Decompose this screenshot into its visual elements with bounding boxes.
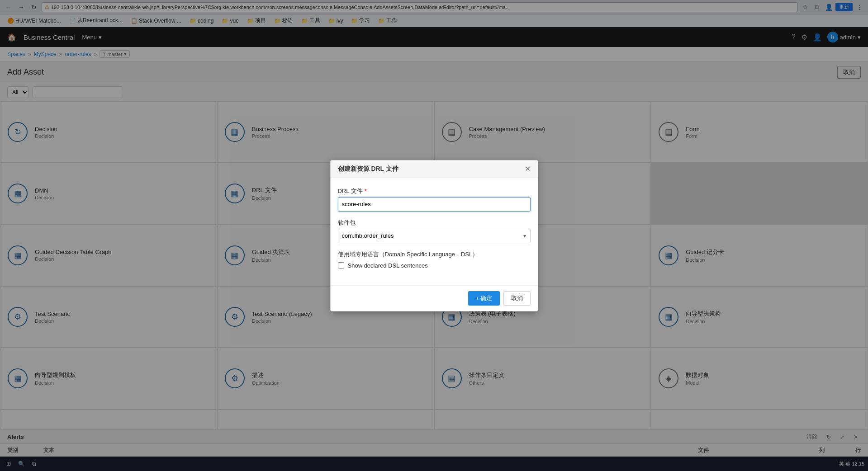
modal-body: DRL 文件 * 软件包 com.lhb.order_rules ▾ 使用域: [331, 178, 538, 285]
package-label: 软件包: [338, 219, 531, 227]
modal-overlay: 创建新资源 DRL 文件 ✕ DRL 文件 * 软件包 com.l: [0, 61, 868, 471]
modal-title: 创建新资源 DRL 文件: [338, 165, 398, 173]
modal-header: 创建新资源 DRL 文件 ✕: [331, 160, 538, 178]
package-select-wrapper: com.lhb.order_rules ▾: [338, 229, 531, 243]
drl-file-label: DRL 文件 *: [338, 187, 531, 195]
dsl-checkbox[interactable]: [338, 262, 344, 268]
page-outer: ← → ↻ ⚠ 192.168.0.104:8080/business-cent…: [0, 0, 868, 471]
required-star: *: [365, 188, 367, 194]
dsl-checkbox-label[interactable]: Show declared DSL sentences: [348, 262, 428, 269]
modal-dialog: 创建新资源 DRL 文件 ✕ DRL 文件 * 软件包 com.l: [330, 160, 538, 311]
dsl-checkbox-row: Show declared DSL sentences: [338, 262, 531, 269]
modal-footer: + 确定 取消: [331, 285, 538, 311]
dsl-section: 使用域专用语言（Domain Specific Language，DSL） Sh…: [338, 250, 531, 269]
package-form-group: 软件包 com.lhb.order_rules ▾: [338, 219, 531, 243]
drl-file-input[interactable]: [338, 197, 531, 212]
drl-file-form-group: DRL 文件 *: [338, 187, 531, 212]
modal-close-button[interactable]: ✕: [525, 165, 531, 173]
dsl-section-label: 使用域专用语言（Domain Specific Language，DSL）: [338, 250, 531, 259]
main-content: Add Asset 取消 All ↻ Decision Decision ▦ B…: [0, 61, 868, 471]
package-select[interactable]: com.lhb.order_rules: [338, 229, 531, 243]
confirm-button[interactable]: + 确定: [468, 291, 499, 306]
modal-cancel-button[interactable]: 取消: [503, 291, 531, 306]
